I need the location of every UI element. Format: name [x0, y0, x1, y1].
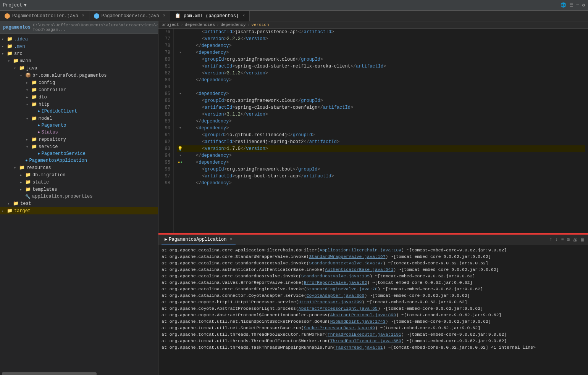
icon-print[interactable]: 🖨	[573, 237, 577, 243]
tree-item-repository[interactable]: ▸ 📁 repository	[0, 136, 158, 143]
tree-item-dto[interactable]: ▸ 📁 dto	[0, 93, 158, 101]
line-numbers: 76 77 78 79 80 81 82 83 84 85 86 87 88 8…	[158, 29, 174, 234]
tree-item-pagamentoservice[interactable]: ▸ ● PagamentoService	[0, 150, 158, 157]
tree-item-static[interactable]: ▸ 📁 static	[0, 179, 158, 186]
label-dto: dto	[39, 95, 47, 100]
tree-item-package[interactable]: ▾ 📦 br.com.alurafood.pagamentos	[0, 72, 158, 79]
code-line-97: <artifactId>spring-boot-starter-aop</art…	[177, 173, 585, 180]
console-line-4: at org.apache.catalina.core.StandardHost…	[162, 273, 585, 279]
icon-down-arrow[interactable]: ↓	[555, 237, 558, 243]
icon-nav-globe[interactable]: 🌐	[561, 2, 566, 8]
code-line-83: </dependency>	[177, 77, 585, 84]
folder-icon-controller: 📁	[31, 87, 37, 93]
icon-bookmark[interactable]: ⊞	[567, 237, 570, 243]
bottom-panel: ▶ PagamentosApplication × ↑ ↓ ≡ ⊞ 🖨 🗑 at…	[158, 234, 588, 375]
label-idea: .idea	[14, 37, 28, 42]
tree-item-test[interactable]: ▸ 📁 test	[0, 200, 158, 207]
icon-trash[interactable]: 🗑	[580, 237, 585, 243]
tab-label-controller: PagamentoController.java	[12, 13, 78, 19]
label-java: java	[26, 66, 37, 71]
tree-item-db-migration[interactable]: ▸ 📁 db.migration	[0, 171, 158, 179]
file-tree[interactable]: ▾ 📁 .idea ▸ 📁 .mvn ▾ 📁 src ▾ 📁 main	[0, 34, 158, 372]
tree-item-status[interactable]: ▸ ● Status	[0, 129, 158, 136]
project-name: pagamentos	[3, 25, 31, 30]
tree-item-src[interactable]: ▾ 📁 src	[0, 50, 158, 57]
tree-item-pagamento[interactable]: ▸ ● Pagamento	[0, 122, 158, 129]
folder-icon-static: 📁	[25, 179, 31, 185]
console-line-9: at org.apache.coyote.AbstractProcessorLi…	[162, 305, 585, 312]
code-content[interactable]: <artifactId>jakarta.persistence-api</art…	[174, 29, 588, 234]
console-line-3: at org.apache.catalina.authenticator.Aut…	[162, 266, 585, 273]
gutter-85: ▾	[177, 90, 184, 97]
label-ipedidoclient: IPedidoClient	[42, 109, 78, 114]
console-content[interactable]: at org.apache.catalina.core.ApplicationF…	[158, 245, 588, 375]
console-line-11: at org.apache.tomcat.util.net.NioEndpoin…	[162, 318, 585, 325]
tab-pagamento-service[interactable]: PagamentoService.java ×	[89, 11, 170, 21]
icon-settings[interactable]: ⚙	[582, 2, 585, 8]
arrow-dto: ▸	[26, 95, 31, 100]
tree-item-main[interactable]: ▾ 📁 main	[0, 57, 158, 64]
tree-item-service[interactable]: ▾ 📁 service	[0, 143, 158, 150]
project-dropdown[interactable]: Project ▼	[3, 3, 27, 8]
code-line-78: </dependency>	[177, 42, 585, 49]
label-src: src	[14, 51, 23, 56]
arrow-mvn: ▸	[2, 44, 7, 49]
close-tab-controller[interactable]: ×	[82, 14, 84, 18]
arrow-test: ▸	[8, 201, 13, 206]
tab-icon-pom: 📋	[175, 13, 181, 19]
tree-item-app-props[interactable]: ▸ 🔧 application.properties	[0, 193, 158, 200]
tree-item-ipedidoclient[interactable]: ▸ ● IPedidoClient	[0, 108, 158, 115]
close-tab-service[interactable]: ×	[163, 14, 165, 18]
tree-item-pagamentosapp[interactable]: ▸ ● PagamentosApplication	[0, 157, 158, 164]
sidebar-scrollbar[interactable]	[0, 372, 158, 375]
icon-minus[interactable]: —	[577, 2, 579, 8]
label-target: target	[14, 208, 31, 214]
tree-item-resources[interactable]: ▾ 📁 resources	[0, 164, 158, 171]
folder-icon-templates: 📁	[25, 187, 31, 192]
folder-icon-target: 📁	[7, 208, 13, 214]
code-line-84	[177, 84, 585, 90]
code-line-82: <version>3.1.2</version>	[177, 70, 585, 77]
icon-up-arrow[interactable]: ↑	[549, 237, 552, 243]
tree-item-java[interactable]: ▾ 📁 java	[0, 64, 158, 72]
file-icon-pagamentoservice: ●	[37, 151, 40, 156]
code-line-80: <groupId>org.springframework.cloud</grou…	[177, 56, 585, 63]
arrow-resources: ▾	[14, 166, 19, 170]
tree-item-config[interactable]: ▸ 📁 config	[0, 79, 158, 86]
label-main: main	[20, 58, 31, 64]
console-line-7: at org.apache.catalina.connector.CoyoteA…	[162, 292, 585, 299]
console-line-2: at org.apache.catalina.core.StandardCont…	[162, 260, 585, 266]
folder-icon-resources: 📁	[19, 165, 25, 171]
code-line-91: <groupId>io.github.resilience4j</groupId…	[177, 132, 585, 138]
tree-item-target[interactable]: ▸ 📁 target	[0, 207, 158, 214]
code-line-92: <artifactId>resilience4j-spring-boot2</a…	[177, 138, 585, 145]
code-view[interactable]: 76 77 78 79 80 81 82 83 84 85 86 87 88 8…	[158, 29, 588, 234]
bottom-tab-app[interactable]: ▶ PagamentosApplication ×	[162, 235, 236, 245]
tab-pom-xml[interactable]: 📋 pom.xml (pagamentos) ×	[170, 11, 250, 21]
code-line-86: <groupId>org.springframework.cloud</grou…	[177, 97, 585, 104]
breadcrumb-dependency: dependency	[221, 23, 246, 27]
sidebar: pagamentos C:\Users\Jefferson\Documents\…	[0, 21, 158, 375]
project-label: Project	[3, 3, 22, 8]
label-model: model	[39, 116, 52, 121]
breadcrumb-bar: project › dependencies › dependency › ve…	[158, 21, 588, 29]
bottom-tab-close[interactable]: ×	[229, 237, 232, 242]
tab-pagamento-controller[interactable]: PagamentoController.java ×	[0, 11, 89, 21]
tree-item-templates[interactable]: ▸ 📁 templates	[0, 186, 158, 193]
label-test: test	[20, 201, 31, 206]
arrow-db-migration: ▸	[20, 173, 25, 177]
tree-item-controller[interactable]: ▾ 📁 controller	[0, 86, 158, 93]
tree-item-model[interactable]: ▾ 📁 model	[0, 115, 158, 122]
icon-structure[interactable]: ☰	[569, 2, 573, 8]
tree-item-idea[interactable]: ▾ 📁 .idea	[0, 35, 158, 43]
icon-lines[interactable]: ≡	[561, 237, 564, 243]
bottom-panel-icons: ↑ ↓ ≡ ⊞ 🖨 🗑	[549, 237, 585, 243]
label-pagamento: Pagamento	[42, 123, 66, 128]
folder-icon-config: 📁	[31, 80, 37, 85]
label-repository: repository	[39, 137, 66, 142]
tree-item-http[interactable]: ▾ 📁 http	[0, 101, 158, 108]
tree-item-mvn[interactable]: ▸ 📁 .mvn	[0, 43, 158, 50]
close-tab-pom[interactable]: ×	[242, 14, 245, 18]
arrow-http: ▾	[26, 102, 31, 107]
title-bar-icons: 🌐 ☰ — ⚙	[561, 2, 585, 8]
